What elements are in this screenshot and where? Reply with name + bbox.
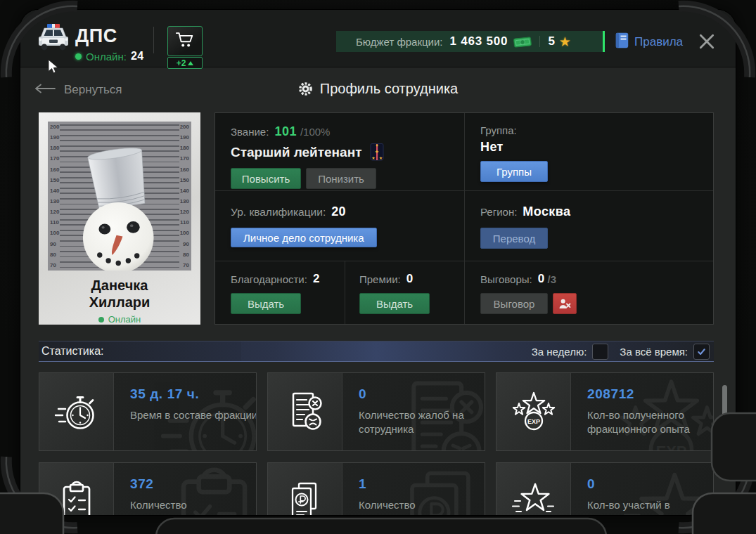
stat-card-stopwatch: 35 д. 17 ч. Время в составе фракции — [39, 372, 257, 451]
reprimand-button[interactable]: Выговор — [480, 293, 548, 314]
height-scale-number: 200 — [50, 124, 59, 130]
epaulette-icon: ★ ★ ★ — [370, 143, 384, 162]
star-speed-icon — [496, 463, 571, 515]
alltime-filter-checkbox[interactable] — [693, 344, 710, 360]
budget-label: Бюджет фракции: — [356, 36, 443, 48]
svg-text:★: ★ — [375, 149, 379, 154]
thanks-label: Благодарности: — [231, 273, 307, 285]
page-title: Профиль сотрудника — [20, 81, 736, 97]
height-scale-number: 110 — [50, 219, 59, 226]
online-status: Онлайн: 24 — [75, 50, 144, 63]
close-icon[interactable] — [698, 32, 716, 51]
stat-card-body: 372 Количество — [113, 463, 256, 515]
give-bonus-button[interactable]: Выдать — [359, 293, 430, 314]
height-scale-number: 90 — [50, 241, 59, 247]
person-remove-icon — [558, 298, 572, 310]
rank-label: Звание: — [231, 126, 269, 138]
online-label: Онлайн — [108, 314, 141, 325]
reprimand-section: Выговоры: 0 /3 Выговор — [480, 272, 691, 314]
faction-app-screen: ДПС Онлайн: 24 +2 Бюджет фракции: 1 463 … — [20, 10, 736, 515]
online-dot — [98, 317, 104, 323]
height-scale-number: 140 — [180, 188, 189, 194]
stat-card-star-speed: 0 Кол-во участий в — [496, 462, 714, 515]
stat-card-body: 1 Количество — [342, 463, 485, 515]
stat-card-clipboard: 372 Количество — [39, 462, 257, 515]
height-scale-number: 140 — [50, 188, 59, 194]
online-label: Онлайн: — [86, 51, 127, 63]
app-header: ДПС Онлайн: 24 +2 Бюджет фракции: 1 463 … — [20, 10, 736, 67]
height-scale-number: 100 — [50, 230, 59, 236]
cart-new-items-badge[interactable]: +2 — [167, 57, 203, 69]
snowman-portrait — [56, 145, 183, 271]
employee-name: Данечка Хиллари — [39, 278, 200, 311]
cart-icon — [175, 31, 195, 51]
gear-icon — [298, 82, 313, 96]
height-scale-number: 120 — [50, 209, 59, 215]
height-scale-number: 110 — [180, 219, 189, 226]
height-scale-number: 200 — [180, 124, 189, 130]
region-label: Регион: — [480, 206, 517, 218]
group-label: Группа: — [480, 124, 698, 136]
height-scale-number: 120 — [180, 209, 189, 215]
faction-stars-count: 5 — [548, 34, 554, 48]
rank-name: Старший лейтенант — [231, 145, 361, 160]
police-car-icon — [37, 23, 70, 54]
height-scale-number: 70 — [180, 262, 189, 268]
alltime-filter-label: За всё время: — [620, 346, 688, 358]
qualification-section: Ур. квалификации: 20 Личное дело сотрудн… — [231, 204, 463, 247]
exp-stars-icon: EXP — [496, 373, 571, 450]
height-scale-number: 130 — [180, 198, 189, 204]
stat-card-body: 208712 Кол-во полученного фракционного о… — [570, 373, 713, 450]
stat-card-label: Кол-во участий в — [587, 498, 714, 512]
qualification-value: 20 — [331, 204, 346, 219]
demote-button[interactable]: Понизить — [306, 168, 376, 189]
divider — [345, 261, 345, 324]
stat-card-label: Время в составе фракции — [130, 408, 257, 422]
complaint-icon — [268, 373, 342, 450]
stat-card-value: 1 — [359, 476, 485, 492]
height-scale-number: 160 — [180, 167, 189, 173]
mugshot-photo: 200190180170160150140130120110100908070 … — [48, 122, 191, 271]
stat-card-exp-stars: EXP EXP 208712 Кол-во полученного фракци… — [496, 372, 714, 451]
rules-label: Правила — [634, 35, 683, 49]
reprimand-max: /3 — [548, 273, 557, 285]
header-divider — [153, 27, 154, 53]
employee-profile-panel: Звание: 101 /100% Старший лейтенант ★ ★ … — [214, 112, 714, 325]
up-triangle-icon — [188, 61, 193, 65]
employee-first-name: Данечка — [39, 278, 200, 294]
promote-button[interactable]: Повысить — [231, 168, 301, 189]
week-filter-checkbox[interactable] — [592, 344, 608, 360]
clipboard-icon — [39, 463, 114, 515]
reprimand-label: Выговоры: — [480, 273, 532, 285]
online-dot — [75, 53, 82, 60]
stat-card-value: 35 д. 17 ч. — [130, 386, 256, 402]
online-count: 24 — [131, 50, 144, 63]
give-thanks-button[interactable]: Выдать — [231, 293, 301, 314]
dismiss-employee-button[interactable] — [553, 293, 577, 314]
shop-cart-button[interactable] — [167, 26, 203, 56]
stat-card-label: Количество — [130, 498, 257, 512]
employee-online-status: Онлайн — [39, 314, 200, 325]
bonus-section: Премии: 0 Выдать — [359, 272, 458, 314]
scrollbar-thumb[interactable] — [722, 385, 727, 431]
week-filter-label: За неделю: — [532, 346, 587, 358]
height-scale-number: 170 — [50, 155, 59, 162]
employee-last-name: Хиллари — [39, 294, 200, 311]
rank-progress-max: /100% — [300, 126, 331, 138]
bonus-value: 0 — [406, 272, 414, 286]
transfer-button[interactable]: Перевод — [480, 228, 548, 249]
stat-card-value: 372 — [130, 476, 256, 492]
stat-card-value: 0 — [587, 476, 713, 492]
employee-photo-card: 200190180170160150140130120110100908070 … — [39, 112, 200, 325]
money-icon — [513, 36, 532, 48]
personal-file-button[interactable]: Личное дело сотрудника — [231, 228, 377, 247]
groups-button[interactable]: Группы — [480, 161, 548, 182]
stat-card-value: 208712 — [587, 386, 713, 402]
height-scale-number: 180 — [50, 145, 59, 151]
svg-text:★: ★ — [372, 156, 376, 160]
thanks-section: Благодарности: 2 Выдать — [231, 272, 336, 314]
height-scale-number: 130 — [50, 198, 59, 204]
rules-button[interactable]: Правила — [615, 32, 683, 51]
height-scale-number: 160 — [50, 167, 59, 173]
height-scale-number: 190 — [50, 134, 59, 141]
